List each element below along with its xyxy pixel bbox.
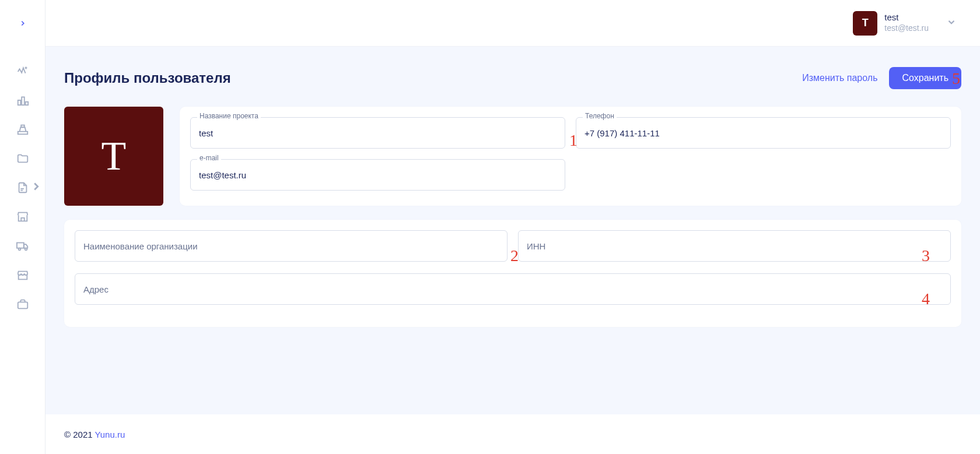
sparkle-icon [16,65,29,78]
sidebar-item-work[interactable] [11,293,34,316]
content: Профиль пользователя Изменить пароль Сох… [46,47,980,414]
user-menu[interactable]: T test test@test.ru [853,11,957,36]
chevron-right-icon [30,180,43,195]
project-name-label: Название проекта [197,112,261,120]
svg-rect-4 [21,125,24,128]
organization-card [64,220,961,327]
sidebar-item-charts[interactable] [11,89,34,112]
phone-label: Телефон [583,112,617,120]
page-title: Профиль пользователя [64,70,231,86]
save-button[interactable]: Сохранить [889,67,961,89]
sidebar-item-cash-register[interactable] [11,118,34,141]
shop-icon [16,269,29,281]
svg-rect-1 [22,97,24,105]
sidebar-item-analytics[interactable] [11,59,34,83]
svg-rect-2 [25,102,28,105]
sidebar-item-delivery[interactable] [11,234,34,258]
sidebar-item-file[interactable] [11,176,34,199]
sidebar-item-marketplace[interactable] [11,263,34,287]
footer: © 2021 Yunu.ru [46,414,980,454]
profile-card: Название проекта Телефон e-mail [180,107,961,206]
email-label: e-mail [197,154,221,162]
inn-input[interactable] [518,230,951,262]
cash-register-icon [16,123,29,136]
bar-chart-icon [16,94,29,107]
phone-input[interactable] [576,117,951,149]
main-area: T test test@test.ru Профиль пользователя… [46,0,980,454]
project-name-input[interactable] [190,117,565,149]
briefcase-icon [16,298,29,311]
user-email: test@test.ru [884,23,929,34]
svg-rect-7 [16,243,23,248]
change-password-button[interactable]: Изменить пароль [802,73,877,83]
svg-point-8 [18,248,20,251]
svg-rect-0 [18,100,20,105]
user-avatar-small: T [853,11,877,36]
folder-icon [16,152,29,165]
footer-text: © 2021 [64,430,93,439]
sidebar-expand-button[interactable] [16,16,30,30]
file-icon [16,181,29,194]
address-input[interactable] [75,273,951,305]
email-input[interactable] [190,159,565,191]
svg-rect-10 [18,302,27,308]
topbar: T test test@test.ru [46,0,980,47]
sidebar-item-store[interactable] [11,205,34,228]
chevron-down-icon [946,17,957,30]
store-icon [16,210,29,223]
footer-brand-link[interactable]: Yunu.ru [95,430,125,439]
svg-rect-3 [18,132,27,135]
user-name: test [884,12,929,23]
svg-point-9 [24,248,27,251]
truck-icon [16,240,29,252]
sidebar-item-folder[interactable] [11,147,34,170]
sidebar [0,0,46,454]
organization-name-input[interactable] [75,230,508,262]
user-avatar-large: T [64,107,163,206]
user-info: test test@test.ru [884,12,929,33]
